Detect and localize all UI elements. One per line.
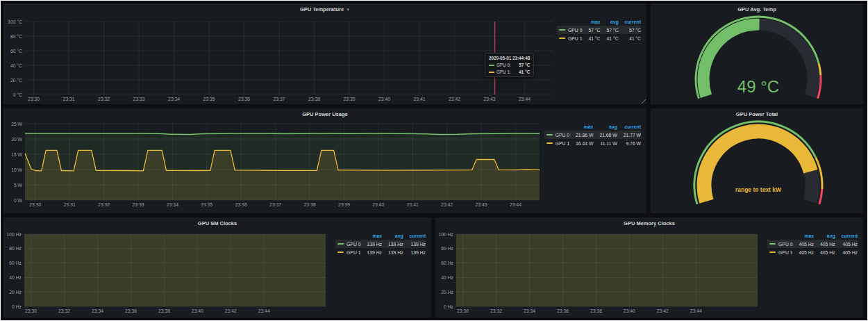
legend-header-current[interactable]: current <box>835 231 858 240</box>
legend-header-max[interactable]: max <box>792 231 814 240</box>
svg-text:40 °C: 40 °C <box>10 63 22 68</box>
svg-text:20 Hz: 20 Hz <box>9 290 22 295</box>
panel-title-gpu-sm-clocks[interactable]: GPU SM Clocks <box>3 217 431 229</box>
svg-text:80 Hz: 80 Hz <box>441 246 453 251</box>
legend-header-avg[interactable]: avg <box>814 231 835 240</box>
panel-title-text: GPU Memory Clocks <box>624 220 675 227</box>
svg-text:20 W: 20 W <box>11 137 22 142</box>
legend-row-gpu-0[interactable]: GPU 0139 Hz139 Hz139 Hz <box>335 240 426 248</box>
legend-header-max[interactable]: max <box>569 122 593 131</box>
svg-text:60 °C: 60 °C <box>10 49 22 54</box>
panel-gpu-power-usage: GPU Power Usage 0 W5 W10 W15 W20 W25 W23… <box>3 108 646 213</box>
svg-text:23:32: 23:32 <box>98 97 110 101</box>
legend-row-gpu-1[interactable]: GPU 116.44 W11.11 W9.76 W <box>544 139 641 147</box>
svg-text:23:40: 23:40 <box>192 308 203 313</box>
svg-text:23:43: 23:43 <box>484 97 496 101</box>
svg-text:80 °C: 80 °C <box>10 34 22 39</box>
svg-text:23:44: 23:44 <box>258 308 270 313</box>
svg-text:25 W: 25 W <box>11 122 22 126</box>
svg-text:0 W: 0 W <box>14 198 23 203</box>
svg-text:23:34: 23:34 <box>168 97 180 101</box>
svg-text:23:38: 23:38 <box>304 202 316 207</box>
svg-text:23:43: 23:43 <box>476 202 487 207</box>
panel-title-gpu-temperature[interactable]: GPU Temperature ▼ <box>3 3 646 15</box>
series-color-dash <box>337 243 344 245</box>
svg-text:23:35: 23:35 <box>201 202 212 207</box>
memory-clocks-legend: maxavgcurrentGPU 0405 Hz405 Hz405 HzGPU … <box>767 231 858 256</box>
svg-text:80 Hz: 80 Hz <box>9 246 22 251</box>
svg-text:23:42: 23:42 <box>449 97 460 101</box>
legend-row-gpu-1[interactable]: GPU 1405 Hz405 Hz405 Hz <box>767 248 858 256</box>
panel-gpu-sm-clocks: GPU SM Clocks 0 Hz20 Hz40 Hz60 Hz80 Hz10… <box>3 217 431 318</box>
panel-title-text: GPU Power Usage <box>302 111 347 117</box>
svg-text:23:44: 23:44 <box>510 202 521 207</box>
tooltip-rows: GPU 0:57 °CGPU 1:41 °C <box>489 63 530 74</box>
legend-header-avg[interactable]: avg <box>601 17 619 26</box>
legend-header-current[interactable]: current <box>617 122 641 131</box>
panel-title-text: GPU SM Clocks <box>198 220 237 227</box>
svg-text:0 Hz: 0 Hz <box>12 304 22 309</box>
svg-text:23:34: 23:34 <box>92 308 103 313</box>
svg-text:23:44: 23:44 <box>690 308 702 313</box>
panel-title-gpu-power-total[interactable]: GPU Power Total <box>651 108 863 120</box>
svg-text:23:31: 23:31 <box>64 202 76 207</box>
legend-row-gpu-1[interactable]: GPU 1139 Hz139 Hz139 Hz <box>335 248 426 256</box>
panel-gpu-power-total: GPU Power Total range to text kW <box>651 108 863 213</box>
svg-text:23:30: 23:30 <box>25 308 37 313</box>
legend-header-current[interactable]: current <box>619 17 641 26</box>
legend-row-gpu-0[interactable]: GPU 021.86 W21.68 W21.77 W <box>544 131 641 139</box>
svg-text:23:38: 23:38 <box>590 308 602 313</box>
svg-text:23:35: 23:35 <box>203 97 215 101</box>
legend-header-max[interactable]: max <box>582 17 600 26</box>
gauge-value: range to text kW <box>735 186 781 193</box>
legend-row-gpu-0[interactable]: GPU 057 °C57 °C57 °C <box>557 26 641 34</box>
svg-text:0 Hz: 0 Hz <box>444 304 454 309</box>
svg-text:40 Hz: 40 Hz <box>9 275 22 280</box>
legend-header-avg[interactable]: avg <box>593 122 617 131</box>
legend-row-gpu-1[interactable]: GPU 141 °C41 °C41 °C <box>557 34 641 42</box>
panel-title-text: GPU Power Total <box>736 111 778 117</box>
panel-gpu-avg-temp: GPU Avg. Temp 49 °C <box>651 3 863 104</box>
grafana-dashboard: GPU Temperature ▼ 0 °C20 °C40 °C60 °C80 … <box>0 0 868 321</box>
temperature-chart[interactable]: 0 °C20 °C40 °C60 °C80 °C100 °C23:3023:31… <box>3 3 646 104</box>
svg-text:23:36: 23:36 <box>125 308 137 313</box>
panel-title-gpu-power-usage[interactable]: GPU Power Usage <box>3 108 646 120</box>
temperature-legend: maxavgcurrentGPU 057 °C57 °C57 °CGPU 141… <box>557 17 641 42</box>
panel-resize-handle[interactable] <box>642 99 646 104</box>
series-color-dash <box>489 72 494 73</box>
svg-text:40 Hz: 40 Hz <box>441 275 453 280</box>
svg-text:100 Hz: 100 Hz <box>438 232 453 237</box>
svg-text:23:36: 23:36 <box>235 202 247 207</box>
panel-title-gpu-memory-clocks[interactable]: GPU Memory Clocks <box>435 217 863 229</box>
panel-title-text: GPU Temperature <box>300 6 344 13</box>
svg-text:23:40: 23:40 <box>624 308 635 313</box>
svg-text:60 Hz: 60 Hz <box>441 261 453 265</box>
svg-text:23:37: 23:37 <box>269 202 281 207</box>
series-color-dash <box>769 252 776 253</box>
svg-text:23:37: 23:37 <box>274 97 285 101</box>
svg-text:23:42: 23:42 <box>441 202 453 207</box>
svg-text:10 W: 10 W <box>11 167 22 172</box>
svg-text:23:32: 23:32 <box>490 308 502 313</box>
svg-text:23:38: 23:38 <box>158 308 170 313</box>
panel-title-gpu-avg-temp[interactable]: GPU Avg. Temp <box>651 3 863 15</box>
svg-text:5 W: 5 W <box>14 183 23 188</box>
svg-text:23:39: 23:39 <box>344 97 356 101</box>
svg-text:23:31: 23:31 <box>63 97 75 101</box>
series-color-dash <box>546 134 553 135</box>
chevron-down-icon: ▼ <box>346 8 350 12</box>
svg-text:60 Hz: 60 Hz <box>9 261 22 265</box>
svg-text:100 °C: 100 °C <box>8 19 22 24</box>
legend-header-avg[interactable]: avg <box>382 231 403 240</box>
svg-text:23:30: 23:30 <box>29 202 41 207</box>
graph-tooltip: 2020-05-01 23:44:48 GPU 0:57 °CGPU 1:41 … <box>485 53 534 77</box>
svg-text:23:36: 23:36 <box>557 308 569 313</box>
svg-text:100 Hz: 100 Hz <box>6 232 22 237</box>
legend-row-gpu-0[interactable]: GPU 0405 Hz405 Hz405 Hz <box>767 240 858 248</box>
legend-header-max[interactable]: max <box>360 231 382 240</box>
tooltip-row: GPU 1:41 °C <box>489 69 530 74</box>
series-color-dash <box>769 243 776 245</box>
legend-header-current[interactable]: current <box>403 231 426 240</box>
series-color-dash <box>337 252 344 253</box>
gauge-value: 49 °C <box>737 77 779 97</box>
